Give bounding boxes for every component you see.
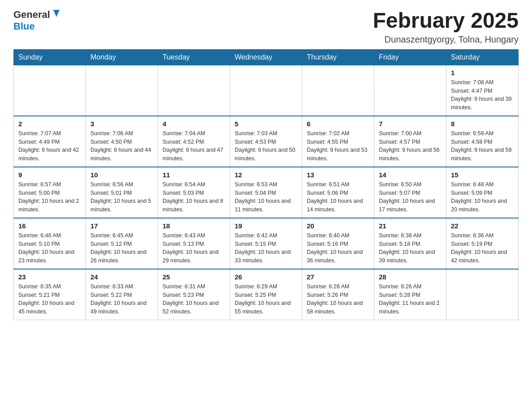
calendar-day-cell: 21Sunrise: 6:38 AMSunset: 5:18 PMDayligh…	[374, 218, 446, 269]
day-info: Sunrise: 7:08 AMSunset: 4:47 PMDaylight:…	[451, 78, 514, 112]
calendar-day-cell: 11Sunrise: 6:54 AMSunset: 5:03 PMDayligh…	[158, 167, 230, 218]
day-number: 4	[163, 120, 225, 128]
calendar-day-cell: 6Sunrise: 7:02 AMSunset: 4:55 PMDaylight…	[302, 116, 374, 167]
day-number: 12	[235, 171, 297, 179]
day-info: Sunrise: 7:03 AMSunset: 4:53 PMDaylight:…	[235, 129, 297, 163]
day-info: Sunrise: 6:43 AMSunset: 5:13 PMDaylight:…	[163, 231, 225, 265]
day-info: Sunrise: 6:26 AMSunset: 5:28 PMDaylight:…	[379, 283, 442, 316]
calendar-header-row: SundayMondayTuesdayWednesdayThursdayFrid…	[14, 49, 519, 65]
calendar-day-cell: 14Sunrise: 6:50 AMSunset: 5:07 PMDayligh…	[374, 167, 446, 218]
location-subtitle: Dunaszentgyorgy, Tolna, Hungary	[373, 34, 519, 45]
day-info: Sunrise: 7:02 AMSunset: 4:55 PMDaylight:…	[307, 129, 369, 163]
day-of-week-header: Saturday	[446, 49, 519, 65]
day-info: Sunrise: 7:00 AMSunset: 4:57 PMDaylight:…	[379, 129, 442, 163]
calendar-day-cell: 5Sunrise: 7:03 AMSunset: 4:53 PMDaylight…	[230, 116, 302, 167]
day-number: 17	[90, 222, 153, 230]
calendar-day-cell: 2Sunrise: 7:07 AMSunset: 4:49 PMDaylight…	[14, 116, 86, 167]
day-info: Sunrise: 6:40 AMSunset: 5:16 PMDaylight:…	[307, 231, 369, 265]
day-number: 26	[235, 273, 297, 281]
calendar-day-cell: 20Sunrise: 6:40 AMSunset: 5:16 PMDayligh…	[302, 218, 374, 269]
calendar-day-cell	[158, 65, 230, 116]
day-info: Sunrise: 6:42 AMSunset: 5:15 PMDaylight:…	[235, 231, 297, 265]
day-info: Sunrise: 7:06 AMSunset: 4:50 PMDaylight:…	[90, 129, 153, 163]
day-info: Sunrise: 6:50 AMSunset: 5:07 PMDaylight:…	[379, 180, 442, 214]
day-info: Sunrise: 6:28 AMSunset: 5:26 PMDaylight:…	[307, 283, 369, 316]
calendar-day-cell	[230, 65, 302, 116]
day-info: Sunrise: 6:59 AMSunset: 4:58 PMDaylight:…	[451, 129, 514, 163]
day-info: Sunrise: 7:07 AMSunset: 4:49 PMDaylight:…	[18, 129, 81, 163]
day-number: 20	[307, 222, 369, 230]
day-number: 10	[90, 171, 153, 179]
day-info: Sunrise: 6:35 AMSunset: 5:21 PMDaylight:…	[18, 283, 81, 316]
day-info: Sunrise: 6:48 AMSunset: 5:09 PMDaylight:…	[451, 180, 514, 214]
day-number: 7	[379, 120, 442, 128]
calendar-day-cell: 22Sunrise: 6:36 AMSunset: 5:19 PMDayligh…	[446, 218, 519, 269]
day-info: Sunrise: 6:31 AMSunset: 5:23 PMDaylight:…	[163, 283, 225, 316]
day-of-week-header: Friday	[374, 49, 446, 65]
day-info: Sunrise: 6:45 AMSunset: 5:12 PMDaylight:…	[90, 231, 153, 265]
calendar-day-cell: 19Sunrise: 6:42 AMSunset: 5:15 PMDayligh…	[230, 218, 302, 269]
calendar-day-cell: 8Sunrise: 6:59 AMSunset: 4:58 PMDaylight…	[446, 116, 519, 167]
calendar-day-cell: 9Sunrise: 6:57 AMSunset: 5:00 PMDaylight…	[14, 167, 86, 218]
calendar-week-row: 2Sunrise: 7:07 AMSunset: 4:49 PMDaylight…	[14, 116, 519, 167]
day-number: 2	[18, 120, 81, 128]
day-of-week-header: Tuesday	[158, 49, 230, 65]
day-number: 25	[163, 273, 225, 281]
calendar-day-cell: 17Sunrise: 6:45 AMSunset: 5:12 PMDayligh…	[86, 218, 158, 269]
day-number: 24	[90, 273, 153, 281]
calendar-day-cell: 3Sunrise: 7:06 AMSunset: 4:50 PMDaylight…	[86, 116, 158, 167]
day-info: Sunrise: 6:56 AMSunset: 5:01 PMDaylight:…	[90, 180, 153, 214]
day-number: 15	[451, 171, 514, 179]
calendar-day-cell: 10Sunrise: 6:56 AMSunset: 5:01 PMDayligh…	[86, 167, 158, 218]
day-number: 27	[307, 273, 369, 281]
day-number: 5	[235, 120, 297, 128]
logo: General Blue	[13, 9, 61, 32]
day-number: 6	[307, 120, 369, 128]
day-info: Sunrise: 6:53 AMSunset: 5:04 PMDaylight:…	[235, 180, 297, 214]
day-info: Sunrise: 6:54 AMSunset: 5:03 PMDaylight:…	[163, 180, 225, 214]
logo-arrow-icon	[51, 9, 61, 20]
day-number: 13	[307, 171, 369, 179]
calendar-day-cell: 15Sunrise: 6:48 AMSunset: 5:09 PMDayligh…	[446, 167, 519, 218]
day-info: Sunrise: 6:29 AMSunset: 5:25 PMDaylight:…	[235, 283, 297, 316]
svg-marker-0	[53, 10, 60, 17]
day-number: 23	[18, 273, 81, 281]
day-number: 11	[163, 171, 225, 179]
logo-general-text: General	[13, 9, 50, 21]
day-of-week-header: Wednesday	[230, 49, 302, 65]
day-number: 28	[379, 273, 442, 281]
day-number: 1	[451, 69, 514, 77]
calendar-day-cell	[374, 65, 446, 116]
calendar-day-cell: 27Sunrise: 6:28 AMSunset: 5:26 PMDayligh…	[302, 269, 374, 320]
month-title: February 2025	[373, 9, 519, 33]
day-info: Sunrise: 6:46 AMSunset: 5:10 PMDaylight:…	[18, 231, 81, 265]
calendar-day-cell	[86, 65, 158, 116]
day-number: 8	[451, 120, 514, 128]
day-info: Sunrise: 6:51 AMSunset: 5:06 PMDaylight:…	[307, 180, 369, 214]
day-number: 19	[235, 222, 297, 230]
day-info: Sunrise: 7:04 AMSunset: 4:52 PMDaylight:…	[163, 129, 225, 163]
day-info: Sunrise: 6:57 AMSunset: 5:00 PMDaylight:…	[18, 180, 81, 214]
calendar-day-cell: 12Sunrise: 6:53 AMSunset: 5:04 PMDayligh…	[230, 167, 302, 218]
title-area: February 2025 Dunaszentgyorgy, Tolna, Hu…	[373, 9, 519, 45]
calendar-day-cell	[302, 65, 374, 116]
calendar-day-cell: 24Sunrise: 6:33 AMSunset: 5:22 PMDayligh…	[86, 269, 158, 320]
calendar-week-row: 16Sunrise: 6:46 AMSunset: 5:10 PMDayligh…	[14, 218, 519, 269]
day-info: Sunrise: 6:36 AMSunset: 5:19 PMDaylight:…	[451, 231, 514, 265]
logo-blue-text: Blue	[13, 21, 35, 32]
day-number: 14	[379, 171, 442, 179]
day-info: Sunrise: 6:38 AMSunset: 5:18 PMDaylight:…	[379, 231, 442, 265]
calendar-day-cell: 1Sunrise: 7:08 AMSunset: 4:47 PMDaylight…	[446, 65, 519, 116]
page-header: General Blue February 2025 Dunaszentgyor…	[13, 9, 519, 45]
calendar-day-cell	[446, 269, 519, 320]
day-number: 21	[379, 222, 442, 230]
day-of-week-header: Thursday	[302, 49, 374, 65]
calendar-day-cell: 23Sunrise: 6:35 AMSunset: 5:21 PMDayligh…	[14, 269, 86, 320]
calendar-day-cell	[14, 65, 86, 116]
day-of-week-header: Sunday	[14, 49, 86, 65]
calendar-day-cell: 26Sunrise: 6:29 AMSunset: 5:25 PMDayligh…	[230, 269, 302, 320]
calendar-day-cell: 18Sunrise: 6:43 AMSunset: 5:13 PMDayligh…	[158, 218, 230, 269]
day-number: 9	[18, 171, 81, 179]
calendar-week-row: 23Sunrise: 6:35 AMSunset: 5:21 PMDayligh…	[14, 269, 519, 320]
calendar-day-cell: 4Sunrise: 7:04 AMSunset: 4:52 PMDaylight…	[158, 116, 230, 167]
